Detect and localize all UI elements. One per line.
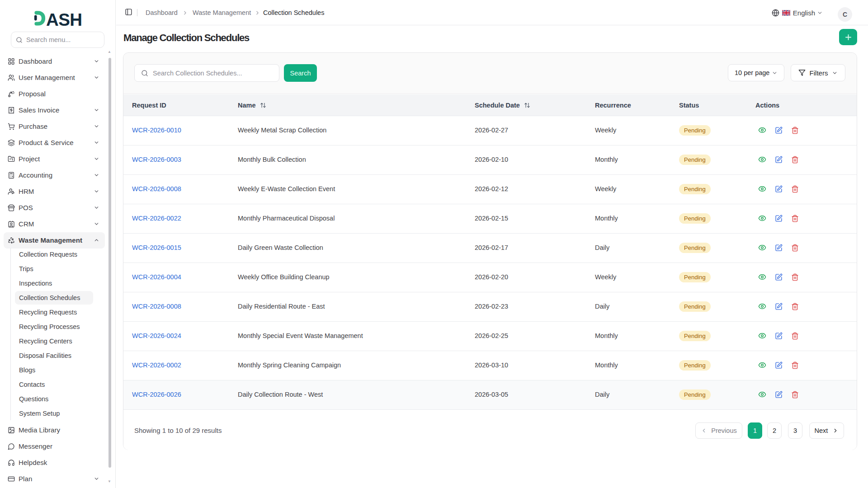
svg-text:ASH: ASH xyxy=(46,10,82,28)
